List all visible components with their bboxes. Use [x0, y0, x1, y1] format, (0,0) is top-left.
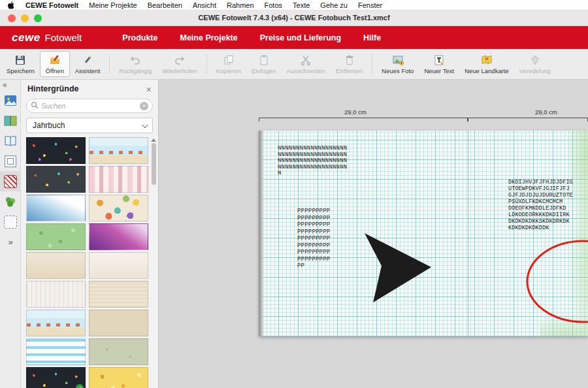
paste-button[interactable]: Einfügen: [246, 51, 282, 77]
background-thumbnail[interactable]: [89, 252, 148, 279]
copy-button[interactable]: Kopieren: [211, 51, 246, 77]
open-button[interactable]: Öffnen: [40, 51, 70, 77]
passepartout-icon: [4, 155, 17, 168]
category-dropdown[interactable]: Jahrbuch: [26, 118, 153, 133]
save-icon: [14, 54, 26, 66]
menubar-item[interactable]: CEWE Fotowelt: [25, 1, 78, 9]
background-thumbnail[interactable]: [26, 137, 86, 164]
eco-badge-icon: ✓: [76, 384, 84, 388]
background-thumbnail[interactable]: [89, 166, 148, 193]
window-title: CEWE Fotowelt 7.4.3 (x64) - CEWE Fotobuc…: [0, 14, 588, 22]
background-thumbnail[interactable]: [26, 281, 86, 308]
new-map-button[interactable]: Neue Landkarte: [459, 51, 514, 77]
layouts-icon: [4, 114, 17, 127]
navbar-item[interactable]: Hilfe: [363, 33, 381, 42]
menubar-item[interactable]: Fotos: [265, 1, 283, 9]
text-element-p[interactable]: PPPPPPPPP PPPPPPPPP PPPPPPPPP PPPPPPPPP …: [297, 208, 330, 270]
navbar-item[interactable]: Preise und Lieferung: [260, 33, 341, 42]
background-thumbnail[interactable]: [26, 310, 86, 336]
clear-search-icon[interactable]: ×: [140, 102, 148, 110]
cut-button-label: Ausschneiden: [286, 67, 325, 74]
background-thumbnail[interactable]: [89, 338, 148, 365]
cewe-logo-suffix: Fotowelt: [45, 32, 82, 43]
sidebar-item-cliparts[interactable]: [0, 191, 21, 212]
photos-icon: [4, 94, 17, 107]
undo-button-label: Rückgängig: [119, 67, 152, 74]
photobook-spread[interactable]: NNNNNNNNNNNNNNNNNNN NNNNNNNNNNNNNNNNNNN …: [259, 131, 588, 336]
scrollbar-thumb[interactable]: [152, 143, 156, 185]
search-icon: [31, 100, 39, 112]
menubar-item[interactable]: Ansicht: [193, 1, 216, 9]
navbar-item[interactable]: Produkte: [122, 33, 157, 42]
chevron-down-icon: [142, 121, 148, 128]
background-thumbnail[interactable]: [89, 310, 148, 336]
redo-button[interactable]: Wiederholen: [157, 51, 203, 77]
new-photo-button[interactable]: Neues Foto: [376, 51, 419, 77]
undo-button[interactable]: Rückgängig: [114, 51, 157, 77]
sidebar-item-frames[interactable]: [0, 212, 21, 232]
cut-button[interactable]: Ausschneiden: [281, 51, 331, 77]
cewe-logo[interactable]: cewe Fotowelt: [12, 31, 82, 44]
arrow-clipart-element[interactable]: [361, 230, 434, 304]
navbar-item[interactable]: Meine Projekte: [180, 33, 237, 42]
frames-icon: [4, 216, 17, 229]
close-panel-icon[interactable]: ×: [146, 84, 152, 94]
copy-icon: [223, 54, 235, 66]
sidebar-item-backgrounds[interactable]: [0, 171, 21, 191]
application-window: CEWE FotoweltMeine ProjekteBearbeitenAns…: [0, 0, 588, 388]
cliparts-icon: [4, 195, 17, 208]
sidebar-item-passepartouts[interactable]: [0, 151, 21, 171]
menubar-item[interactable]: Meine Projekte: [89, 1, 137, 9]
assistant-button[interactable]: Assistent: [70, 51, 106, 77]
editor-canvas[interactable]: 29,0 cm 29,0 cm NNNNNNNNNNNNNNNNNNN NNNN…: [159, 80, 588, 388]
sidebar-icon-rail: « »: [0, 80, 21, 388]
window-titlebar: CEWE Fotowelt 7.4.3 (x64) - CEWE Fotobuc…: [0, 10, 588, 26]
cewe-logo-wordmark: cewe: [12, 31, 41, 44]
sidebar-item-photos[interactable]: [0, 90, 21, 110]
save-button-label: Speichern: [7, 67, 35, 74]
menubar-item[interactable]: Fenster: [358, 1, 382, 9]
cut-scissors-icon: [300, 54, 312, 66]
red-circle-annotation[interactable]: [507, 229, 588, 333]
menubar-item[interactable]: Texte: [293, 1, 310, 9]
assistant-wand-icon: [82, 54, 93, 66]
background-thumbnail[interactable]: ✓: [26, 367, 86, 388]
book-icon: [4, 135, 17, 148]
backgrounds-icon: [4, 175, 17, 188]
text-element-right-page[interactable]: DKDIJHVJFJFHJDJDFIG UTOEWPDKVFJGJIFJFJ G…: [508, 179, 573, 231]
scroll-up-icon[interactable]: [151, 138, 156, 142]
apple-icon[interactable]: [8, 1, 15, 9]
main-navbar: cewe Fotowelt ProdukteMeine ProjektePrei…: [0, 26, 588, 49]
panel-scrollbar[interactable]: [150, 137, 157, 386]
panel-title: Hintergründe: [27, 84, 146, 93]
background-thumbnail[interactable]: [26, 223, 86, 250]
background-thumbnail[interactable]: [26, 252, 86, 279]
ruler-right-page: [468, 118, 588, 121]
save-button[interactable]: Speichern: [1, 51, 40, 77]
background-thumbnail[interactable]: [89, 281, 148, 308]
background-thumbnail[interactable]: [89, 195, 148, 221]
undo-icon: [129, 54, 141, 66]
menubar-item[interactable]: Gehe zu: [320, 1, 348, 9]
ruler-label-right: 29,0 cm: [535, 108, 557, 116]
page-divider: [468, 131, 468, 336]
new-text-button[interactable]: Neuer Text: [419, 51, 459, 77]
menubar-item[interactable]: Bearbeiten: [148, 1, 182, 9]
new-text-icon: [433, 54, 445, 66]
delete-button[interactable]: Entfernen: [331, 51, 368, 77]
background-thumbnail[interactable]: [89, 137, 148, 164]
sidebar-expand-more[interactable]: »: [0, 232, 21, 252]
toolbar-separator: [206, 54, 207, 74]
menubar-item[interactable]: Rahmen: [227, 1, 254, 9]
sidebar-item-layouts[interactable]: [0, 110, 21, 131]
collapse-sidebar-icon[interactable]: «: [0, 80, 20, 90]
background-thumbnail[interactable]: [89, 367, 148, 388]
embellishment-button[interactable]: Veredelung: [514, 51, 556, 77]
background-thumbnail[interactable]: [89, 223, 148, 250]
sidebar-item-book-view[interactable]: [0, 131, 21, 151]
background-thumbnail[interactable]: [26, 338, 86, 365]
background-thumbnail[interactable]: [26, 195, 86, 221]
background-thumbnail[interactable]: [26, 166, 86, 193]
text-element-n[interactable]: NNNNNNNNNNNNNNNNNNN NNNNNNNNNNNNNNNNNNN …: [278, 146, 347, 177]
search-input[interactable]: [41, 102, 137, 110]
